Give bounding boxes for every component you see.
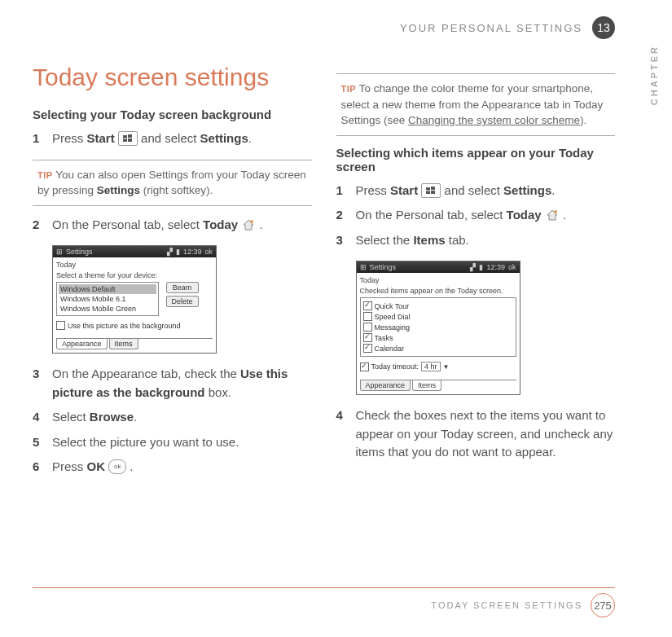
page-footer: TODAY SCREEN SETTINGS 275 — [33, 587, 615, 617]
step-5: Select the picture you want to use. — [33, 433, 312, 452]
today-house-icon — [545, 209, 560, 222]
checkbox-icon — [363, 312, 372, 321]
timeout-select: 4 hr — [421, 362, 441, 371]
signal-icon: ▞ — [167, 248, 173, 256]
signal-icon: ▞ — [470, 263, 476, 271]
ok-button-icon: ok — [108, 459, 126, 474]
svg-rect-0 — [123, 135, 127, 138]
delete-button: Delete — [166, 296, 199, 307]
svg-point-11 — [554, 210, 557, 213]
left-column: Today screen settings Selecting your Tod… — [33, 64, 312, 488]
subhead-background: Selecting your Today screen background — [33, 108, 312, 121]
windows-flag-icon: ⊞ — [56, 248, 63, 256]
svg-rect-7 — [431, 187, 435, 190]
footer-section-title: TODAY SCREEN SETTINGS — [431, 600, 582, 610]
battery-icon: ▮ — [176, 248, 180, 256]
steps-items-cont: Check the boxes next to the items you wa… — [336, 406, 616, 462]
tip-label: TIP — [37, 170, 53, 180]
subhead-items: Selecting which items appear on your Tod… — [336, 146, 616, 174]
ok-icon: ok — [204, 248, 213, 256]
step-1: Press Start and select Settings. — [336, 182, 616, 200]
step-4: Check the boxes next to the items you wa… — [336, 406, 616, 462]
chapter-number-badge: 13 — [592, 16, 615, 39]
checkbox-icon — [56, 321, 65, 330]
svg-rect-6 — [426, 187, 430, 191]
dropdown-icon: ▼ — [443, 363, 450, 371]
right-column: TIP To change the color theme for your s… — [336, 64, 616, 488]
theme-list: Windows Default Windows Mobile 6.1 Windo… — [56, 282, 159, 316]
svg-rect-9 — [431, 191, 435, 194]
step-3: On the Appearance tab, check the Use thi… — [33, 365, 312, 402]
checkbox-icon — [363, 333, 372, 342]
checkbox-icon — [363, 344, 372, 353]
items-list: Quick Tour Speed Dial Messaging Tasks Ca… — [360, 297, 516, 357]
page-header: YOUR PERSONAL SETTINGS 13 — [33, 16, 615, 39]
step-3: Select the Items tab. — [336, 231, 616, 250]
step-2: On the Personal tab, select Today . — [336, 206, 616, 225]
steps-background-cont: On the Personal tab, select Today . — [33, 216, 312, 235]
step-6: Press OK ok . — [33, 458, 312, 477]
tab-appearance: Appearance — [360, 380, 411, 391]
windows-start-icon — [421, 183, 441, 198]
windows-flag-icon: ⊞ — [360, 263, 367, 271]
page-title: Today screen settings — [33, 64, 312, 91]
tab-items: Items — [109, 339, 138, 349]
steps-background-cont2: On the Appearance tab, check the Use thi… — [33, 365, 312, 477]
svg-point-5 — [250, 220, 253, 223]
tip-label: TIP — [341, 84, 357, 94]
svg-rect-8 — [426, 191, 430, 194]
tab-items: Items — [412, 380, 441, 391]
footer-page-number: 275 — [591, 593, 615, 617]
link-color-scheme[interactable]: Changing the system color scheme — [408, 114, 580, 126]
checkbox-icon — [363, 323, 372, 332]
ok-icon: ok — [508, 263, 516, 271]
checkbox-icon — [363, 301, 372, 310]
screenshot-appearance-tab: ⊞ Settings ▞ ▮ 12:39 ok Today Select a t… — [52, 245, 217, 354]
step-2: On the Personal tab, select Today . — [33, 216, 312, 235]
ss-titlebar: ⊞ Settings ▞ ▮ 12:39 ok — [53, 246, 216, 257]
beam-button: Beam — [166, 282, 199, 293]
steps-items: Press Start and select Settings. On the … — [336, 182, 616, 250]
checkbox-icon — [360, 362, 369, 371]
windows-start-icon — [118, 131, 138, 146]
screenshot-items-tab: ⊞ Settings ▞ ▮ 12:39 ok Today Checked it… — [356, 261, 520, 395]
header-section-title: YOUR PERSONAL SETTINGS — [400, 22, 582, 34]
ss-titlebar: ⊞ Settings ▞ ▮ 12:39 ok — [357, 261, 520, 273]
svg-rect-3 — [128, 138, 132, 142]
svg-rect-1 — [128, 134, 132, 138]
step-4: Select Browse. — [33, 408, 312, 427]
battery-icon: ▮ — [479, 263, 483, 271]
step-1: Press Start and select Settings. — [33, 130, 312, 148]
chapter-side-label: CHAPTER — [649, 45, 659, 105]
tip-color-theme: TIP To change the color theme for your s… — [336, 73, 616, 136]
tab-appearance: Appearance — [56, 339, 108, 349]
today-house-icon — [241, 218, 256, 231]
tip-open-settings: TIP You can also open Settings from your… — [33, 160, 312, 206]
svg-rect-2 — [123, 139, 127, 143]
steps-background: Press Start and select Settings. — [33, 130, 312, 148]
